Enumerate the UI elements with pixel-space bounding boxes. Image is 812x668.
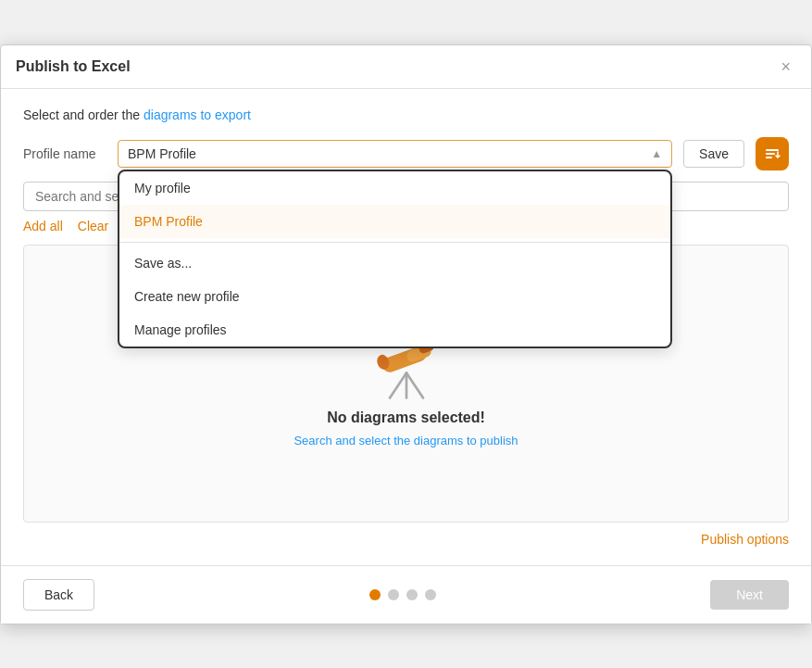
step-dot-2	[388, 589, 399, 600]
save-button[interactable]: Save	[683, 140, 744, 168]
profile-row: Profile name BPM Profile ▲ My profile BP…	[23, 137, 789, 170]
profile-label: Profile name	[23, 146, 106, 161]
chevron-up-icon: ▲	[651, 147, 662, 160]
dropdown-item-manage[interactable]: Manage profiles	[119, 313, 670, 347]
clear-button[interactable]: Clear	[78, 219, 108, 233]
dialog-body: Select and order the diagrams to export …	[1, 89, 811, 565]
publish-to-excel-dialog: Publish to Excel × Select and order the …	[0, 44, 812, 624]
profile-selected-value: BPM Profile	[128, 146, 196, 161]
dropdown-item-my-profile[interactable]: My profile	[119, 171, 670, 205]
dialog-header: Publish to Excel ×	[1, 45, 811, 89]
dropdown-divider	[119, 242, 670, 243]
sort-icon	[763, 145, 781, 163]
next-button[interactable]: Next	[710, 580, 789, 610]
dropdown-item-save-as[interactable]: Save as...	[119, 246, 670, 280]
dialog-title: Publish to Excel	[16, 58, 131, 75]
svg-line-0	[390, 373, 406, 398]
back-button[interactable]: Back	[23, 579, 94, 611]
profile-dropdown-trigger[interactable]: BPM Profile ▲	[118, 140, 672, 168]
section-instruction: Select and order the diagrams to export	[23, 107, 789, 122]
publish-options-row: Publish options	[23, 532, 789, 547]
step-dot-3	[406, 589, 418, 600]
publish-options-link[interactable]: Publish options	[701, 532, 789, 547]
dropdown-item-bpm-profile[interactable]: BPM Profile	[119, 205, 670, 238]
stepper	[369, 589, 436, 600]
svg-line-2	[406, 373, 423, 398]
sort-button[interactable]	[756, 137, 789, 170]
dropdown-item-create-new[interactable]: Create new profile	[119, 280, 670, 313]
instruction-highlight: diagrams to export	[144, 107, 251, 122]
add-all-button[interactable]: Add all	[23, 219, 63, 233]
no-diagrams-subtitle: Search and select the diagrams to publis…	[294, 434, 518, 447]
profile-dropdown-wrapper: BPM Profile ▲ My profile BPM Profile Sav…	[118, 140, 672, 168]
dialog-footer: Back Next	[1, 565, 811, 624]
step-dot-4	[425, 589, 436, 600]
step-dot-1	[369, 589, 381, 600]
profile-dropdown-menu: My profile BPM Profile Save as... Create…	[118, 170, 672, 348]
no-diagrams-title: No diagrams selected!	[327, 410, 485, 426]
close-button[interactable]: ×	[775, 57, 796, 77]
